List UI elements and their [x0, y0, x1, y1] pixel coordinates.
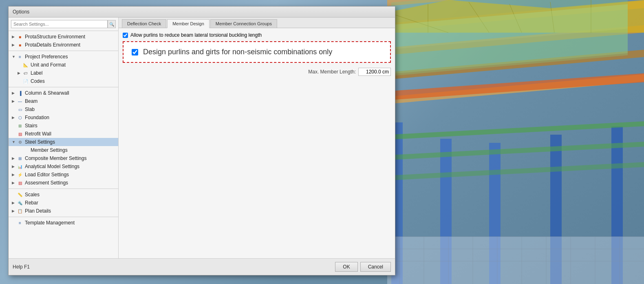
sidebar-item-member-settings[interactable]: Member Settings: [9, 146, 118, 154]
sidebar-label: Stairs: [25, 123, 37, 129]
search-button[interactable]: 🔍: [108, 20, 116, 28]
item-icon: 🏷: [22, 70, 29, 76]
sidebar-tree: ▶ ■ ProtaStructure Environment ▶ ■ Prota…: [9, 31, 118, 258]
main-content: Deflection Check Member Design Member Co…: [119, 18, 395, 258]
item-icon: 📐: [22, 62, 29, 68]
dialog-title: Options: [13, 9, 29, 15]
sidebar-item-steel-settings[interactable]: ▼ ⚙ Steel Settings: [9, 138, 118, 146]
sidebar-item-analytical[interactable]: ▶ 📊 Analytical Model Settings: [9, 162, 118, 171]
svg-rect-20: [387, 237, 644, 284]
options-sidebar: 🔍 ▶ ■ ProtaStructure Environment ▶ ■ Pro…: [9, 18, 119, 258]
sidebar-item-rebar[interactable]: ▶ 🔩 Rebar: [9, 199, 118, 207]
sidebar-item-load-editor[interactable]: ▶ ⚡ Load Editor Settings: [9, 171, 118, 179]
item-icon: ▤: [17, 131, 23, 137]
sidebar-label: Label: [31, 70, 42, 76]
sidebar-label: Column & Shearwall: [25, 90, 69, 96]
ok-button[interactable]: OK: [335, 262, 357, 272]
svg-rect-11: [387, 142, 644, 160]
expand-arrow: ▶: [12, 43, 16, 47]
item-icon: —: [17, 98, 23, 104]
help-label: Help F1: [13, 264, 30, 270]
item-icon: ■: [17, 42, 23, 48]
sidebar-item-label[interactable]: ▶ 🏷 Label: [9, 69, 118, 77]
options-dialog: Options 🔍 ▶ ■ ProtaStructure Environment…: [8, 6, 395, 275]
expand-arrow: ▶: [12, 173, 16, 177]
max-length-row: Max. Member Length:: [123, 68, 391, 76]
item-icon: 📄: [22, 78, 29, 84]
sidebar-item-beam[interactable]: ▶ — Beam: [9, 97, 118, 105]
item-icon: 📋: [17, 208, 23, 214]
tab-member-design[interactable]: Member Design: [167, 19, 210, 28]
sidebar-item-plan-details[interactable]: ▶ 📋 Plan Details: [9, 207, 118, 215]
max-length-input[interactable]: [358, 68, 391, 76]
cancel-button[interactable]: Cancel: [360, 262, 391, 272]
highlight-box-design-purlins: Design purlins and girts for non-seismic…: [123, 41, 391, 63]
sidebar-item-retrofit-wall[interactable]: ▤ Retrofit Wall: [9, 130, 118, 138]
sidebar-label: ProtaDetails Environment: [25, 42, 80, 48]
highlight-container: Design purlins and girts for non-seismic…: [123, 41, 391, 63]
sidebar-item-composite[interactable]: ▶ ⊞ Composite Member Settings: [9, 154, 118, 162]
dialog-footer: Help F1 OK Cancel: [9, 258, 395, 275]
checkbox-design-purlins-label: Design purlins and girts for non-seismic…: [143, 48, 332, 56]
dialog-titlebar: Options: [9, 7, 395, 18]
sidebar-item-assessment[interactable]: ▶ ▤ Assesment Settings: [9, 179, 118, 187]
expand-arrow: ▶: [12, 91, 16, 95]
item-icon: ⬡: [17, 115, 23, 120]
sidebar-label: Composite Member Settings: [25, 155, 86, 161]
sidebar-label: ProtaStructure Environment: [25, 34, 85, 40]
checkbox-purlins-reduce[interactable]: [123, 33, 128, 38]
item-icon: ⊞: [17, 123, 23, 129]
sidebar-item-foundation[interactable]: ▶ ⬡ Foundation: [9, 113, 118, 122]
item-icon: ⚙: [17, 139, 23, 145]
max-length-label: Max. Member Length:: [308, 69, 356, 75]
item-icon: ▭: [17, 106, 23, 112]
expand-arrow: ▶: [12, 156, 16, 160]
expand-arrow: ▶: [12, 35, 16, 39]
sidebar-item-stairs[interactable]: ⊞ Stairs: [9, 122, 118, 130]
item-icon: 🔩: [17, 200, 23, 206]
sidebar-item-template-mgmt[interactable]: ≡ Template Management: [9, 219, 118, 227]
sidebar-label: Rebar: [25, 200, 38, 206]
sidebar-item-project-prefs[interactable]: ▼ ≡ Project Preferences: [9, 53, 118, 61]
item-icon: ≡: [17, 220, 23, 226]
expand-arrow: ▶: [12, 115, 16, 120]
dialog-body: 🔍 ▶ ■ ProtaStructure Environment ▶ ■ Pro…: [9, 18, 395, 258]
checkbox-row-purlins: Allow purlins to reduce beam lateral tor…: [123, 32, 391, 38]
search-input[interactable]: [11, 20, 108, 28]
sidebar-divider: [9, 189, 118, 189]
sidebar-item-column[interactable]: ▶ ▐ Column & Shearwall: [9, 89, 118, 97]
sidebar-label: Assesment Settings: [25, 180, 68, 186]
sidebar-label: Member Settings: [31, 147, 68, 153]
sidebar-label: Unit and Format: [31, 62, 66, 68]
sidebar-item-prota-structure[interactable]: ▶ ■ ProtaStructure Environment: [9, 33, 118, 41]
sidebar-label: Codes: [31, 78, 45, 84]
sidebar-divider: [9, 51, 118, 51]
expand-arrow: ▶: [12, 99, 16, 103]
sidebar-label: Steel Settings: [25, 139, 55, 145]
sidebar-item-prota-details[interactable]: ▶ ■ ProtaDetails Environment: [9, 41, 118, 49]
sidebar-label: Retrofit Wall: [25, 131, 51, 137]
item-icon: 📏: [17, 192, 23, 197]
sidebar-label: Project Preferences: [25, 54, 68, 60]
sidebar-item-scales[interactable]: 📏 Scales: [9, 191, 118, 199]
svg-rect-34: [387, 73, 644, 100]
sidebar-label: Plan Details: [25, 208, 51, 214]
svg-rect-12: [387, 162, 644, 180]
sidebar-item-codes[interactable]: 📄 Codes: [9, 77, 118, 85]
sidebar-label: Scales: [25, 192, 40, 197]
item-icon: ⚡: [17, 172, 23, 178]
svg-rect-10: [387, 121, 644, 140]
expand-arrow: ▶: [12, 181, 16, 185]
tab-deflection-check[interactable]: Deflection Check: [122, 19, 166, 28]
expand-arrow: ▼: [12, 55, 16, 59]
sidebar-label: Slab: [25, 106, 35, 112]
item-icon: [22, 147, 29, 153]
item-icon: ▤: [17, 180, 23, 186]
tab-member-connection-groups[interactable]: Member Connection Groups: [210, 19, 277, 28]
expand-arrow: ▶: [12, 209, 16, 213]
sidebar-item-unit-format[interactable]: 📐 Unit and Format: [9, 61, 118, 69]
expand-arrow: ▶: [12, 164, 16, 169]
checkbox-design-purlins[interactable]: [132, 49, 138, 55]
sidebar-item-slab[interactable]: ▭ Slab: [9, 105, 118, 113]
sidebar-label: Beam: [25, 98, 37, 104]
